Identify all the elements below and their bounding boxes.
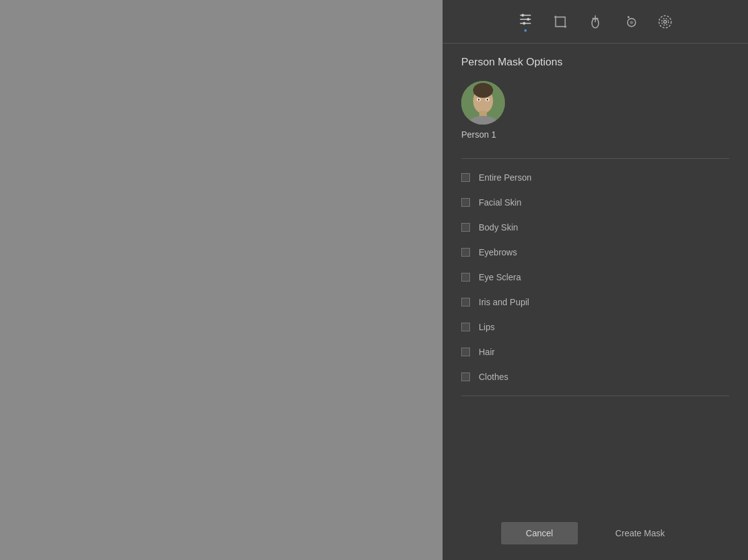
create-mask-button[interactable]: Create Mask (590, 522, 689, 544)
checkbox-label-eye-sclera: Eye Sclera (479, 272, 521, 282)
checkbox-label-facial-skin: Facial Skin (479, 197, 521, 207)
person-container: Person 1 (461, 81, 729, 140)
checkbox-box-iris-pupil[interactable] (461, 298, 470, 306)
checkbox-entire-person[interactable]: Entire Person (461, 165, 729, 190)
checkbox-box-hair[interactable] (461, 348, 470, 356)
checkbox-eye-sclera[interactable]: Eye Sclera (461, 265, 729, 290)
sliders-icon[interactable] (517, 11, 534, 32)
top-divider (461, 158, 729, 159)
checkbox-list: Entire Person Facial Skin Body Skin Eyeb… (461, 165, 729, 389)
panel-title: Person Mask Options (461, 56, 729, 69)
checkbox-box-body-skin[interactable] (461, 223, 470, 232)
toolbar (443, 0, 748, 44)
svg-point-22 (487, 99, 489, 101)
canvas-area (0, 0, 443, 560)
checkbox-label-lips: Lips (479, 322, 495, 332)
svg-point-3 (522, 14, 524, 16)
bottom-divider (461, 396, 729, 396)
checkbox-box-lips[interactable] (461, 323, 470, 331)
person-label: Person 1 (461, 130, 496, 140)
checkbox-box-eye-sclera[interactable] (461, 273, 470, 282)
checkbox-box-entire-person[interactable] (461, 173, 470, 182)
svg-point-13 (664, 20, 666, 22)
checkbox-hair[interactable]: Hair (461, 339, 729, 364)
svg-point-21 (478, 99, 480, 101)
checkbox-label-eyebrows: Eyebrows (479, 247, 517, 257)
checkbox-label-entire-person: Entire Person (479, 173, 532, 183)
checkbox-box-clothes[interactable] (461, 373, 470, 381)
checkbox-label-body-skin: Body Skin (479, 222, 518, 232)
checkbox-label-iris-pupil: Iris and Pupil (479, 297, 529, 307)
avatar[interactable] (461, 81, 505, 125)
detail-icon[interactable] (657, 14, 673, 30)
right-panel: Person Mask Options (443, 0, 748, 560)
checkbox-label-hair: Hair (479, 347, 495, 357)
checkbox-box-facial-skin[interactable] (461, 198, 470, 207)
checkbox-lips[interactable]: Lips (461, 315, 729, 339)
svg-point-10 (630, 21, 633, 24)
svg-point-5 (523, 22, 525, 24)
checkbox-clothes[interactable]: Clothes (461, 364, 729, 389)
svg-point-16 (473, 83, 493, 98)
panel-content: Person Mask Options (443, 44, 748, 513)
checkbox-eyebrows[interactable]: Eyebrows (461, 240, 729, 265)
cancel-button[interactable]: Cancel (501, 522, 578, 544)
checkbox-iris-pupil[interactable]: Iris and Pupil (461, 290, 729, 315)
checkbox-body-skin[interactable]: Body Skin (461, 215, 729, 240)
svg-point-11 (659, 16, 671, 28)
checkbox-facial-skin[interactable]: Facial Skin (461, 190, 729, 215)
footer: Cancel Create Mask (443, 513, 748, 560)
svg-point-12 (662, 18, 669, 25)
add-masking-icon[interactable] (622, 14, 638, 30)
checkbox-box-eyebrows[interactable] (461, 248, 470, 257)
healing-icon[interactable] (587, 14, 603, 30)
crop-icon[interactable] (552, 14, 568, 30)
checkbox-label-clothes: Clothes (479, 372, 508, 382)
svg-point-4 (527, 18, 529, 21)
